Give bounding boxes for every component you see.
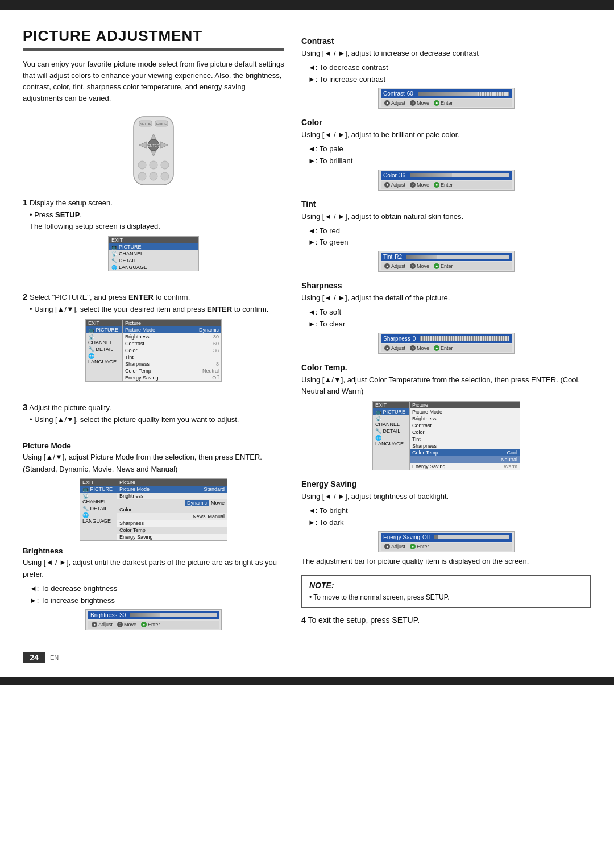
step-2-number: 2 (23, 292, 27, 301)
picture-mode-body: Using [▲/▼], adjust Picture Mode from th… (23, 452, 284, 476)
color-section: Color Using [◄ / ►], adjust to be brilli… (301, 118, 591, 190)
color-slider-label: Color (383, 172, 397, 179)
intro-text: You can enjoy your favorite picture mode… (23, 59, 284, 105)
contrast-title: Contrast (301, 36, 591, 46)
sharpness-slider-value: 0 (413, 336, 416, 342)
step-2-bullet1: • Using [▲/▼], select the your desired i… (30, 304, 284, 316)
energy-saving-slider-value: Off (422, 534, 430, 540)
step-3-text: Adjust the picture quality. (29, 403, 111, 412)
contrast-slider: Contrast 60 ● Adjust ○ Move ● Enter (378, 88, 515, 109)
top-bar (0, 0, 614, 10)
step-1-text: Display the setup screen. (30, 199, 113, 207)
footer: 24 EN (0, 648, 614, 666)
sharpness-nav: ● Adjust ○ Move ● Enter (381, 344, 512, 352)
brightness-body: Using [◄ / ►], adjust until the darkest … (23, 557, 284, 581)
energy-saving-right: ►: To dark (308, 517, 591, 529)
tint-slider: Tint R2 ● Adjust ○ Move ● Enter (378, 251, 515, 272)
page-number: 24 (23, 652, 45, 663)
contrast-section: Contrast Using [◄ / ►], adjust to increa… (301, 36, 591, 109)
step-1-number: 1 (23, 197, 27, 207)
color-left: ◄: To pale (308, 143, 591, 155)
sharpness-body: Using [◄ / ►], adjust the detail of the … (301, 292, 591, 304)
bottom-bar (0, 677, 614, 685)
contrast-left: ◄: To decrease contrast (308, 62, 591, 74)
step-1-bullet1: • Press SETUP. (30, 209, 284, 221)
tint-left: ◄: To red (308, 225, 591, 237)
brightness-slider-label: Brightness (90, 612, 117, 618)
en-label: EN (50, 654, 59, 661)
energy-saving-title: Energy Saving (301, 480, 591, 489)
sharpness-right: ►: To clear (308, 319, 591, 330)
picture-mode-title: Picture Mode (23, 441, 284, 450)
brightness-section: Brightness Using [◄ / ►], adjust until t… (23, 547, 284, 630)
svg-text:ENTER: ENTER (148, 144, 160, 147)
brightness-nav: ● Adjust ○ Move ● Enter (88, 621, 219, 629)
step-3-bullet1: • Using [▲/▼], select the picture qualit… (30, 414, 284, 426)
brightness-right: ►: To increase brightness (30, 595, 284, 607)
color-slider-value: 36 (399, 172, 405, 179)
brightness-title: Brightness (23, 547, 284, 555)
svg-text:GUIDE: GUIDE (156, 122, 167, 126)
energy-saving-left: ◄: To bright (308, 505, 591, 517)
note-box: NOTE: • To move to the normal screen, pr… (301, 575, 591, 608)
energy-saving-slider-label: Energy Saving (383, 534, 420, 540)
left-column: PICTURE ADJUSTMENT You can enjoy your fa… (23, 27, 284, 631)
energy-saving-nav: ● Adjust ● Enter (381, 543, 512, 551)
color-title: Color (301, 118, 591, 127)
svg-point-11 (138, 161, 146, 169)
step-1-bullet2: The following setup screen is displayed. (30, 221, 284, 233)
sharpness-section: Sharpness Using [◄ / ►], adjust the deta… (301, 281, 591, 353)
color-slider: Color 36 ● Adjust ○ Move ● Enter (378, 170, 515, 191)
contrast-right: ►: To increase contrast (308, 74, 591, 86)
step-3-number: 3 (23, 402, 27, 412)
tint-nav: ● Adjust ○ Move ● Enter (381, 262, 512, 270)
sharpness-slider: Sharpness 0 ● Adjust ○ Move ● Enter (378, 333, 515, 354)
tint-body: Using [◄ / ►], adjust to obtain natural … (301, 211, 591, 223)
sharpness-left: ◄: To soft (308, 307, 591, 319)
note-title: NOTE: (309, 581, 583, 590)
step-4-number: 4 (301, 615, 306, 625)
contrast-body: Using [◄ / ►], adjust to increase or dec… (301, 48, 591, 60)
color-right: ►: To brilliant (308, 155, 591, 167)
step-2: 2 Select "PICTURE", and press ENTER to c… (23, 290, 284, 392)
svg-text:SETUP: SETUP (140, 122, 151, 126)
svg-point-16 (161, 172, 169, 180)
tint-slider-value: R2 (395, 254, 402, 260)
svg-point-13 (161, 161, 169, 169)
brightness-left: ◄: To decrease brightness (30, 583, 284, 595)
page-title: PICTURE ADJUSTMENT (23, 27, 284, 51)
tint-right: ►: To green (308, 237, 591, 249)
energy-saving-note: The adjustment bar for picture quality i… (301, 556, 591, 568)
contrast-slider-label: Contrast (383, 90, 405, 97)
brightness-slider: Brightness 30 ● Adjust ○ Move ● Enter (85, 609, 222, 630)
remote-image: SETUP GUIDE ENTER (23, 114, 284, 188)
tint-section: Tint Using [◄ / ►], adjust to obtain nat… (301, 200, 591, 272)
colortemp-body: Using [▲/▼], adjust Color Temperature fr… (301, 374, 591, 398)
sharpness-title: Sharpness (301, 281, 591, 290)
brightness-slider-value: 30 (119, 612, 126, 618)
svg-point-12 (150, 161, 157, 169)
svg-point-15 (150, 172, 157, 180)
svg-point-14 (138, 172, 146, 180)
step-3: 3 Adjust the picture quality. • Using [▲… (23, 400, 284, 433)
step-1: 1 Display the setup screen. • Press SETU… (23, 196, 284, 283)
colortemp-section: Color Temp. Using [▲/▼], adjust Color Te… (301, 363, 591, 471)
color-body: Using [◄ / ►], adjust to be brilliant or… (301, 129, 591, 141)
picture-mode-section: Picture Mode Using [▲/▼], adjust Picture… (23, 441, 284, 542)
step-4: 4 To exit the setup, press SETUP. (301, 614, 591, 626)
energy-saving-slider: Energy Saving Off ● Adjust ● Enter (378, 531, 515, 552)
color-nav: ● Adjust ○ Move ● Enter (381, 181, 512, 189)
energy-saving-section: Energy Saving Using [◄ / ►], adjust brig… (301, 480, 591, 567)
step-4-text: To exit the setup, press SETUP. (308, 615, 420, 625)
tint-slider-label: Tint (383, 254, 392, 260)
contrast-nav: ● Adjust ○ Move ● Enter (381, 99, 512, 107)
colortemp-title: Color Temp. (301, 363, 591, 372)
energy-saving-body: Using [◄ / ►], adjust brightness of back… (301, 491, 591, 503)
tint-title: Tint (301, 200, 591, 209)
sharpness-slider-label: Sharpness (383, 336, 410, 342)
contrast-slider-value: 60 (407, 90, 413, 97)
right-column: Contrast Using [◄ / ►], adjust to increa… (301, 27, 591, 631)
note-text: • To move to the normal screen, press SE… (309, 592, 583, 602)
